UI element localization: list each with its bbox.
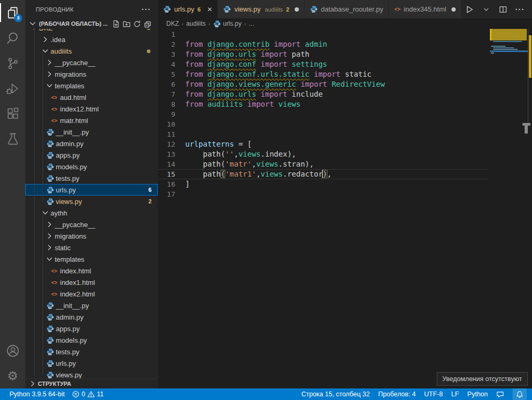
line-number: 6 — [158, 79, 175, 89]
tree-item-tests.py[interactable]: tests.py — [25, 346, 158, 357]
tree-item-migrations[interactable]: migrations — [25, 68, 158, 80]
run-icon[interactable] — [464, 4, 475, 15]
activity-item-accounts[interactable] — [0, 338, 25, 363]
language-indicator[interactable]: Python — [467, 391, 488, 398]
tab-urls.py[interactable]: urls.py6✕ — [158, 0, 218, 18]
tree-item-__pycache__[interactable]: __pycache__ — [25, 57, 158, 68]
tree-item-audiiits[interactable]: audiiits — [25, 45, 158, 57]
new-folder-icon[interactable] — [121, 18, 132, 29]
gear-icon: ⚙ — [7, 370, 18, 382]
breadcrumb-item-DKZ[interactable]: DKZ — [166, 20, 179, 27]
tree-item-__pycache__[interactable]: __pycache__ — [25, 219, 158, 230]
tree-item-views.py[interactable]: views.py — [25, 369, 158, 378]
refresh-icon[interactable] — [132, 18, 142, 29]
tab-database_roouter.py[interactable]: database_roouter.py — [305, 0, 389, 18]
python-file-icon — [45, 302, 55, 310]
problems-indicator[interactable]: 011 — [72, 391, 104, 398]
tree-item-urls.py[interactable]: urls.py6 — [25, 184, 158, 196]
python-file-icon — [45, 371, 55, 379]
tree-item-urls.py[interactable]: urls.py — [25, 357, 158, 369]
tree-item-apps.py[interactable]: apps.py — [25, 323, 158, 334]
code-line: 8from audiiits import views — [158, 99, 488, 109]
activity-item-testing[interactable] — [0, 126, 25, 151]
outline-label: СТРУКТУРА — [38, 381, 71, 387]
code-line: 7from django.urls import include — [158, 89, 488, 99]
encoding-indicator[interactable]: UTF-8 — [424, 391, 443, 398]
tree-item-views.py[interactable]: views.py2 — [25, 196, 158, 207]
line-col-indicator[interactable]: Строка 15, столбец 32 — [302, 391, 370, 398]
more-icon[interactable]: ··· — [514, 4, 526, 15]
html-file-icon: <> — [49, 268, 59, 274]
overview-ruler[interactable] — [528, 29, 532, 388]
activity-item-search[interactable] — [0, 25, 25, 50]
tree-item-matr.html[interactable]: <>matr.html — [25, 115, 158, 126]
feedback-icon[interactable] — [496, 391, 504, 398]
tree-item-admin.py[interactable]: admin.py — [25, 311, 158, 323]
code-token: import — [256, 90, 292, 98]
tab-views.py[interactable]: views.pyaudiiits2 — [218, 0, 304, 18]
collapse-all-icon[interactable] — [142, 18, 153, 29]
close-icon[interactable]: ✕ — [207, 6, 212, 13]
chevron-down-small-icon[interactable] — [480, 4, 492, 15]
new-file-icon[interactable] — [111, 18, 121, 29]
outline-section-header[interactable]: СТРУКТУРА — [25, 378, 158, 388]
activity-item-explorer[interactable]: 3 — [0, 0, 25, 25]
tree-item-label: static — [55, 244, 71, 252]
code-line: 10 — [158, 119, 488, 129]
chevron-right-icon — [45, 70, 54, 78]
tree-item-aythh[interactable]: aythh — [25, 207, 158, 219]
code-text: from django.urls import path — [185, 49, 309, 59]
tree-item-templates[interactable]: templates — [25, 253, 158, 265]
code-token: static — [345, 70, 372, 78]
tree-item-models.py[interactable]: models.py — [25, 334, 158, 346]
tree-item-apps.py[interactable]: apps.py — [25, 149, 158, 161]
tree-item-index.html[interactable]: <>index.html — [25, 265, 158, 276]
notifications-bell-icon[interactable] — [513, 388, 527, 400]
workspace-section-header[interactable]: (РАБОЧАЯ ОБЛАСТЬ) ... — [25, 18, 158, 29]
tree-item-__init__.py[interactable]: __init__.py — [25, 300, 158, 311]
tree-item-.idea[interactable]: .idea — [25, 34, 158, 45]
activity-item-settings[interactable]: ⚙ — [0, 363, 25, 388]
activity-badge: 3 — [14, 14, 22, 22]
activity-item-extensions[interactable] — [0, 101, 25, 126]
python-file-icon — [45, 151, 55, 159]
minimap[interactable] — [490, 29, 528, 145]
notifications-tooltip: Уведомления отсутствуют — [437, 372, 528, 386]
tree-item-models.py[interactable]: models.py — [25, 161, 158, 172]
status-left: Python 3.9.5 64-bit011 — [0, 391, 104, 398]
tree-item-index1.html[interactable]: <>index1.html — [25, 276, 158, 288]
status-bar: Python 3.9.5 64-bit011Строка 15, столбец… — [0, 388, 532, 400]
breadcrumb-item-audiiits[interactable]: audiiits — [186, 20, 206, 27]
explorer-more-actions[interactable]: ··· — [141, 4, 152, 15]
tree-item-admin.py[interactable]: admin.py — [25, 138, 158, 149]
tree-item-tests.py[interactable]: tests.py — [25, 172, 158, 184]
code-token: '' — [225, 150, 234, 158]
code-token: ) — [323, 170, 327, 178]
tree-item-index2.html[interactable]: <>index2.html — [25, 288, 158, 300]
tree-item-migrations[interactable]: migrations — [25, 230, 158, 242]
code-token: from — [185, 70, 207, 78]
code-text: path('matr1',views.redactor), — [185, 169, 332, 179]
split-editor-icon[interactable] — [497, 4, 509, 15]
python-interpreter-indicator[interactable]: Python 3.9.5 64-bit — [9, 391, 65, 398]
tab-label: database_roouter.py — [321, 5, 384, 13]
activity-item-run-debug[interactable] — [0, 76, 25, 101]
indent-indicator[interactable]: Пробелов: 4 — [378, 391, 416, 398]
tree-item-static[interactable]: static — [25, 242, 158, 253]
code-token: import — [296, 80, 332, 88]
code-token: views — [256, 160, 278, 168]
line-number: 10 — [158, 119, 175, 129]
tree-item-templates[interactable]: templates — [25, 80, 158, 91]
tree-item-index12.html[interactable]: <>index12.html — [25, 103, 158, 115]
breadcrumb-item-urls.py[interactable]: urls.py — [213, 20, 242, 28]
tree-item-aud.html[interactable]: <>aud.html — [25, 91, 158, 103]
line-number: 13 — [158, 149, 175, 159]
account-icon — [6, 344, 20, 358]
code-editor[interactable]: 12from django.contrib import admin3from … — [158, 29, 532, 388]
activity-item-source-control[interactable] — [0, 50, 25, 76]
breadcrumb-item-...[interactable]: ... — [249, 20, 254, 27]
tree-item-__init__.py[interactable]: __init__.py — [25, 126, 158, 138]
eol-indicator[interactable]: LF — [451, 391, 459, 398]
breadcrumb-label: ... — [249, 20, 254, 27]
tab-index345.html[interactable]: <>index345.html — [389, 0, 461, 18]
